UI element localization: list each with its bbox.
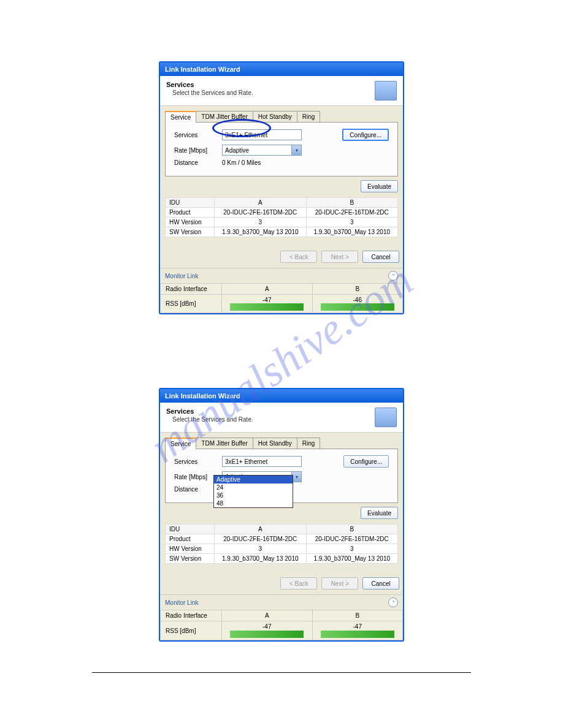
evaluate-button[interactable]: Evaluate: [361, 180, 398, 192]
header-subtitle: Select the Services and Rate.: [166, 89, 375, 96]
rss-label: RSS [dBm]: [161, 621, 222, 640]
cancel-button[interactable]: Cancel: [362, 251, 399, 263]
chevron-down-icon: ▾: [291, 145, 301, 155]
header-title: Services: [166, 81, 375, 88]
header-panel: Services Select the Services and Rate.: [160, 76, 403, 106]
tab-service[interactable]: Service: [165, 438, 196, 449]
rate-value: Adaptive: [225, 147, 249, 154]
services-label: Services: [174, 132, 222, 138]
tab-tdm-jitter-buffer[interactable]: TDM Jitter Buffer: [196, 111, 253, 123]
table-header: B: [306, 525, 398, 534]
tab-tdm-jitter-buffer[interactable]: TDM Jitter Buffer: [196, 438, 253, 449]
table-header: A: [215, 525, 307, 534]
tab-hot-standby[interactable]: Hot Standby: [253, 111, 297, 123]
table-header: IDU: [166, 198, 215, 208]
evaluate-button[interactable]: Evaluate: [361, 507, 398, 519]
services-field[interactable]: [222, 129, 302, 140]
rate-label: Rate [Mbps]: [174, 147, 222, 154]
tab-hot-standby[interactable]: Hot Standby: [253, 438, 297, 449]
titlebar: Link Installation Wizard: [160, 63, 403, 76]
distance-label: Distance: [174, 159, 222, 166]
rate-dropdown-list: Adaptive 24 36 48: [213, 475, 293, 508]
radio-interface-label: Radio Interface: [161, 610, 222, 621]
tabs: Service TDM Jitter Buffer Hot Standby Ri…: [165, 111, 398, 123]
table-row: SW Version 1.9.30_b3700_May 13 2010 1.9.…: [166, 227, 398, 237]
rate-option[interactable]: 24: [214, 483, 293, 491]
collapse-icon[interactable]: ⌃: [388, 597, 398, 607]
table-header: A: [215, 198, 307, 208]
rss-label: RSS [dBm]: [161, 295, 222, 313]
next-button: Next >: [321, 251, 358, 263]
configure-button[interactable]: Configure...: [342, 129, 389, 141]
rss-bar-a: [230, 303, 304, 311]
tab-ring[interactable]: Ring: [297, 438, 321, 449]
table-row: HW Version 3 3: [166, 218, 398, 227]
services-field[interactable]: [222, 456, 302, 467]
wizard-dialog-1: Link Installation Wizard Services Select…: [159, 61, 404, 314]
tabs: Service TDM Jitter Buffer Hot Standby Ri…: [165, 438, 398, 449]
services-label: Services: [174, 458, 222, 465]
rate-option[interactable]: 36: [214, 491, 293, 499]
table-row: Product 20-IDUC-2FE-16TDM-2DC 20-IDUC-2F…: [166, 534, 398, 544]
header-title: Services: [166, 408, 375, 415]
rss-bar-b: [321, 631, 394, 638]
tab-service[interactable]: Service: [165, 111, 196, 123]
monitor-icon: [375, 81, 397, 100]
rss-bar-b: [321, 303, 394, 311]
monitor-link-title: Monitor Link: [165, 273, 198, 279]
rate-option[interactable]: Adaptive: [214, 476, 293, 483]
table-header: IDU: [166, 525, 215, 534]
cancel-button[interactable]: Cancel: [362, 577, 399, 590]
header-panel: Services Select the Services and Rate.: [160, 403, 403, 433]
configure-button[interactable]: Configure...: [343, 455, 389, 468]
monitor-icon: [375, 408, 397, 427]
wizard-dialog-2: Link Installation Wizard Services Select…: [159, 388, 404, 641]
idu-table: IDU A B Product 20-IDUC-2FE-16TDM-2DC 20…: [165, 197, 398, 237]
rss-bar-a: [230, 631, 304, 638]
table-row: SW Version 1.9.30_b3700_May 13 2010 1.9.…: [166, 554, 398, 564]
distance-value: 0 Km / 0 Miles: [222, 159, 261, 166]
monitor-table: Radio Interface A B RSS [dBm] -47 -46: [160, 283, 403, 313]
radio-interface-label: Radio Interface: [161, 284, 222, 295]
monitor-table: Radio Interface A B RSS [dBm] -47 -47: [160, 610, 403, 640]
page-footer-line: [92, 672, 471, 673]
tab-ring[interactable]: Ring: [297, 111, 321, 123]
table-row: Product 20-IDUC-2FE-16TDM-2DC 20-IDUC-2F…: [166, 208, 398, 218]
header-subtitle: Select the Services and Rate.: [166, 416, 375, 423]
back-button: < Back: [280, 577, 317, 590]
titlebar: Link Installation Wizard: [160, 389, 403, 403]
idu-table: IDU A B Product 20-IDUC-2FE-16TDM-2DC 20…: [165, 524, 398, 564]
table-header: B: [306, 198, 398, 208]
collapse-icon[interactable]: ⌃: [388, 271, 398, 281]
monitor-link-title: Monitor Link: [165, 599, 198, 606]
rate-dropdown[interactable]: Adaptive ▾: [222, 145, 302, 156]
back-button: < Back: [280, 251, 317, 263]
next-button: Next >: [321, 577, 358, 590]
table-row: HW Version 3 3: [166, 544, 398, 554]
rate-option[interactable]: 48: [214, 499, 293, 507]
